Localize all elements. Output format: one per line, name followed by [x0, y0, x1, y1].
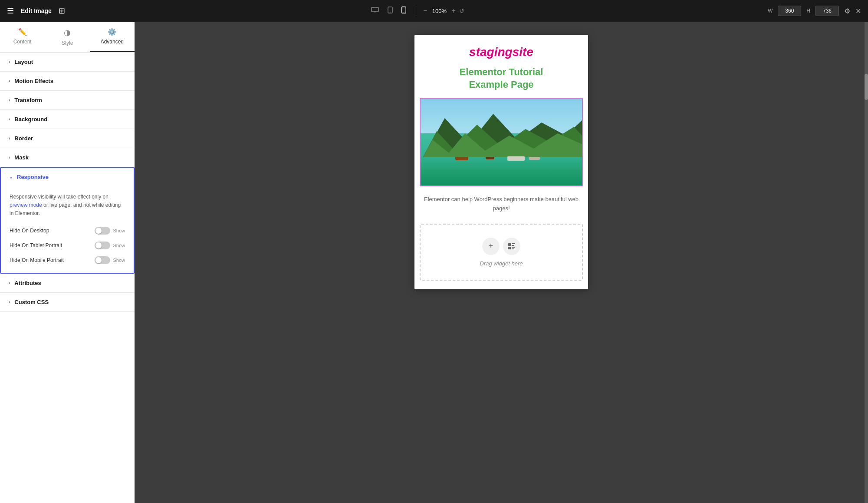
widget-library-button[interactable]	[503, 238, 520, 255]
chevron-down-icon: ⌄	[9, 175, 13, 179]
page-subtitle: Elementor Tutorial Example Page	[423, 66, 579, 91]
top-bar: ☰ Edit Image ⊞ − 100% + ↺ W H ⚙ ✕	[0, 0, 868, 22]
accordion-layout-label: Layout	[14, 59, 33, 65]
svg-rect-10	[508, 243, 511, 246]
hide-desktop-row: Hide On Desktop Show	[10, 227, 125, 235]
chevron-right-icon: ›	[9, 136, 10, 141]
sidebar-tabs: ✏️ Content ◑ Style ⚙️ Advanced	[0, 22, 135, 53]
tab-content[interactable]: ✏️ Content	[0, 22, 45, 52]
tab-advanced-label: Advanced	[101, 39, 124, 45]
svg-point-4	[390, 12, 391, 13]
svg-point-6	[404, 12, 404, 13]
tablet-show-label: Show	[113, 243, 125, 248]
tablet-toggle-track[interactable]	[95, 242, 110, 249]
chevron-right-icon: ›	[9, 300, 10, 304]
zoom-out-button[interactable]: −	[423, 7, 427, 15]
mobile-view-button[interactable]	[399, 4, 409, 18]
accordion-custom-css: › Custom CSS	[0, 293, 135, 312]
boat-4	[529, 157, 540, 160]
zoom-in-button[interactable]: +	[451, 7, 455, 15]
drag-widget-buttons: +	[482, 238, 520, 255]
preview-description: Elementor can help WordPress beginners m…	[414, 186, 588, 224]
tab-style[interactable]: ◑ Style	[45, 22, 89, 52]
accordion-layout: › Layout	[0, 53, 135, 72]
advanced-tab-icon: ⚙️	[108, 28, 116, 36]
reset-button[interactable]: ↺	[459, 7, 464, 14]
hide-tablet-toggle[interactable]: Show	[95, 242, 125, 249]
desktop-toggle-track[interactable]	[95, 227, 110, 235]
grid-icon[interactable]: ⊞	[59, 6, 65, 16]
desktop-view-button[interactable]	[368, 4, 381, 17]
hide-mobile-row: Hide On Mobile Portrait Show	[10, 256, 125, 264]
accordion-motion-effects-header[interactable]: › Motion Effects	[0, 72, 135, 90]
accordion-motion-effects-label: Motion Effects	[14, 78, 53, 84]
accordion-mask-header[interactable]: › Mask	[0, 148, 135, 167]
chevron-right-icon: ›	[9, 98, 10, 103]
hide-tablet-row: Hide On Tablet Portrait Show	[10, 242, 125, 249]
accordion-layout-header[interactable]: › Layout	[0, 53, 135, 71]
hide-desktop-toggle[interactable]: Show	[95, 227, 125, 235]
accordion-responsive-body: Responsive visibility will take effect o…	[1, 186, 134, 273]
width-input[interactable]	[778, 6, 801, 16]
page-title: Edit Image	[21, 7, 52, 14]
accordion-transform-label: Transform	[14, 97, 42, 103]
add-widget-button[interactable]: +	[482, 238, 500, 255]
preview-image-container	[420, 98, 583, 186]
accordion-motion-effects: › Motion Effects	[0, 72, 135, 91]
hide-mobile-label: Hide On Mobile Portrait	[10, 257, 64, 263]
hamburger-icon[interactable]: ☰	[7, 6, 14, 16]
preview-header: stagingsite Elementor Tutorial Example P…	[414, 35, 588, 98]
water-area	[421, 157, 582, 185]
svg-rect-12	[508, 247, 511, 249]
accordion-responsive-label: Responsive	[17, 174, 49, 180]
accordion-background-header[interactable]: › Background	[0, 110, 135, 129]
close-icon[interactable]: ✕	[855, 7, 861, 15]
accordion-responsive: ⌄ Responsive Responsive visibility will …	[0, 167, 135, 274]
height-input[interactable]	[815, 6, 839, 16]
chevron-right-icon: ›	[9, 281, 10, 285]
accordion-attributes-label: Attributes	[14, 280, 41, 286]
canvas-scroll-thumb[interactable]	[865, 74, 868, 100]
svg-rect-0	[372, 7, 378, 12]
content-tab-icon: ✏️	[18, 28, 27, 36]
accordion-mask: › Mask	[0, 148, 135, 167]
preview-mode-link[interactable]: preview mode	[10, 202, 42, 208]
settings-icon[interactable]: ⚙	[844, 7, 850, 15]
accordion-attributes-header[interactable]: › Attributes	[0, 274, 135, 292]
top-bar-left: ☰ Edit Image ⊞	[7, 6, 65, 16]
tablet-view-button[interactable]	[385, 4, 395, 18]
hide-mobile-toggle[interactable]: Show	[95, 256, 125, 264]
responsive-note: Responsive visibility will take effect o…	[10, 193, 125, 218]
accordion-background-label: Background	[14, 116, 47, 122]
accordion-attributes: › Attributes	[0, 274, 135, 293]
top-bar-right: W H ⚙ ✕	[768, 6, 861, 16]
divider	[416, 6, 416, 16]
accordion-custom-css-header[interactable]: › Custom CSS	[0, 293, 135, 311]
mobile-toggle-thumb	[95, 257, 102, 263]
mobile-toggle-track[interactable]	[95, 256, 110, 264]
mobile-show-label: Show	[113, 258, 125, 263]
hide-tablet-label: Hide On Tablet Portrait	[10, 242, 62, 248]
accordion-background: › Background	[0, 110, 135, 129]
tab-advanced[interactable]: ⚙️ Advanced	[90, 22, 135, 52]
chevron-right-icon: ›	[9, 155, 10, 160]
accordion-transform: › Transform	[0, 91, 135, 110]
boat-2	[486, 157, 494, 159]
accordion-border-header[interactable]: › Border	[0, 129, 135, 148]
mountain-svg	[421, 109, 582, 162]
svg-rect-15	[512, 248, 514, 249]
chevron-right-icon: ›	[9, 60, 10, 64]
preview-image	[421, 99, 582, 185]
accordion-custom-css-label: Custom CSS	[14, 299, 49, 305]
height-label: H	[806, 8, 810, 14]
accordion-border-label: Border	[14, 135, 33, 142]
site-title: stagingsite	[423, 45, 579, 59]
accordion-transform-header[interactable]: › Transform	[0, 91, 135, 109]
accordion-responsive-header[interactable]: ⌄ Responsive	[1, 168, 134, 186]
drag-widget-area: + Drag widget here	[420, 224, 583, 281]
canvas-scrollbar[interactable]	[865, 22, 868, 503]
svg-rect-14	[512, 245, 514, 246]
desktop-toggle-thumb	[95, 228, 102, 234]
top-bar-center: − 100% + ↺	[368, 4, 464, 18]
width-label: W	[768, 8, 773, 14]
